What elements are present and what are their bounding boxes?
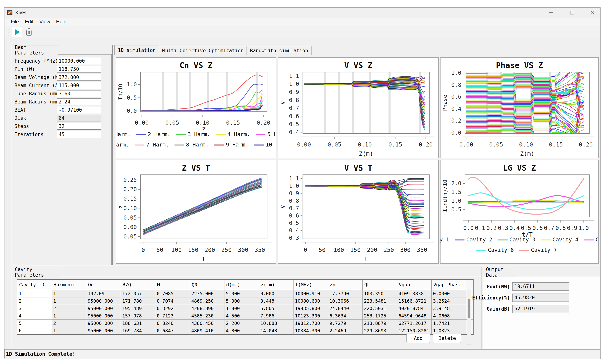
beam-param-input-iterations[interactable] bbox=[57, 131, 101, 138]
table-row[interactable]: 3295000.000195.4890.32924208.8901.8005.8… bbox=[17, 305, 473, 312]
table-cell: 17.7790 bbox=[328, 290, 362, 298]
chart-z-vs-t: Z VS T-0.050.000.050.100.150.200.25z0501… bbox=[116, 160, 276, 264]
beam-param-input-beam-current-a[interactable] bbox=[57, 82, 101, 89]
column-header[interactable]: Zn bbox=[328, 279, 362, 290]
svg-text:1.5: 1.5 bbox=[451, 189, 461, 195]
titlebar: KlyH ✕ bbox=[4, 8, 600, 18]
menu-item-file[interactable]: File bbox=[8, 19, 22, 25]
beam-param-input-beam-voltage-kv[interactable] bbox=[57, 74, 101, 81]
svg-text:9 Harm.: 9 Harm. bbox=[226, 142, 248, 148]
column-header[interactable]: QL bbox=[362, 279, 397, 290]
close-button[interactable]: ✕ bbox=[589, 9, 597, 16]
svg-text:Cn VS Z: Cn VS Z bbox=[179, 61, 212, 70]
svg-text:V: V bbox=[280, 205, 286, 208]
table-cell: 169.784 bbox=[121, 327, 155, 335]
svg-text:0.20: 0.20 bbox=[257, 119, 271, 126]
panel-splitter[interactable] bbox=[112, 45, 113, 265]
table-cell: 5.805 bbox=[259, 305, 293, 312]
table-cell: 2 bbox=[52, 305, 86, 312]
svg-text:0.9: 0.9 bbox=[289, 190, 299, 196]
beam-param-input-steps[interactable] bbox=[57, 123, 101, 130]
svg-text:0.4: 0.4 bbox=[289, 129, 299, 135]
table-cell: 4869.250 bbox=[190, 298, 224, 305]
svg-text:Cavity 5: Cavity 5 bbox=[595, 236, 598, 243]
trash-icon bbox=[25, 28, 33, 36]
column-header[interactable]: f(MHz) bbox=[293, 279, 328, 290]
chart-phase-vs-z: Phase VS Z0.00.20.40.60.81.0Phase0.000.0… bbox=[440, 57, 599, 158]
table-cell: 0.3292 bbox=[155, 305, 190, 312]
run-button[interactable] bbox=[12, 27, 22, 37]
beam-param-row: Disk bbox=[12, 114, 111, 122]
svg-text:1.0: 1.0 bbox=[451, 197, 461, 204]
menu-item-help[interactable]: Help bbox=[53, 19, 69, 25]
table-cell: 2.2469 bbox=[328, 327, 362, 335]
minimize-button[interactable] bbox=[547, 9, 555, 16]
tab-bandwidth-simulation[interactable]: Bandwidth simulation bbox=[247, 46, 312, 55]
column-header[interactable]: Vgap Phase bbox=[431, 279, 466, 290]
table-cell: 3 bbox=[17, 305, 52, 312]
beam-param-input-beam-radius-mm[interactable] bbox=[57, 98, 101, 105]
svg-text:2.0: 2.0 bbox=[451, 180, 461, 187]
svg-text:1.0: 1.0 bbox=[451, 69, 461, 76]
column-header[interactable]: M bbox=[155, 279, 190, 290]
table-cell: 64594.9648 bbox=[397, 312, 431, 320]
table-cell: 5.000 bbox=[224, 290, 259, 298]
output-data-tab[interactable]: Output Data bbox=[483, 267, 516, 277]
table-cell: 19812.700 bbox=[293, 320, 328, 327]
column-header[interactable]: z(cm) bbox=[259, 279, 293, 290]
column-header[interactable]: Qe bbox=[86, 279, 121, 290]
column-header[interactable]: Q0 bbox=[190, 279, 224, 290]
table-row[interactable]: 5295000.000188.6310.32404380.4502.20010.… bbox=[17, 320, 473, 327]
menu-item-view[interactable]: View bbox=[36, 19, 53, 25]
svg-text:50: 50 bbox=[156, 247, 163, 253]
table-cell: 10080.600 bbox=[293, 298, 328, 305]
table-row[interactable]: 2195000.000171.7800.70744869.2505.0003.4… bbox=[17, 298, 473, 305]
table-cell: 1 bbox=[17, 290, 52, 298]
svg-text:0.5: 0.5 bbox=[521, 224, 531, 231]
svg-text:0.6: 0.6 bbox=[451, 93, 461, 100]
table-cell: 3.448 bbox=[259, 298, 293, 305]
cavity-parameters-tab[interactable]: Cavity Parameters bbox=[12, 267, 60, 277]
table-row[interactable]: 6195000.000169.7840.68474809.4104.80014.… bbox=[17, 327, 473, 335]
restore-button[interactable] bbox=[568, 9, 576, 16]
beam-param-input-beat[interactable] bbox=[57, 107, 101, 113]
svg-text:0.0: 0.0 bbox=[451, 130, 461, 136]
menu-item-edit[interactable]: Edit bbox=[22, 19, 37, 25]
column-header[interactable]: Cavity ID bbox=[17, 279, 52, 290]
add-cavity-button[interactable]: Add bbox=[406, 334, 430, 343]
svg-text:0.20: 0.20 bbox=[579, 141, 593, 148]
delete-cavity-button[interactable]: Delete bbox=[433, 334, 461, 343]
column-header[interactable]: Harmonic bbox=[52, 279, 86, 290]
svg-text:t: t bbox=[364, 256, 368, 262]
svg-text:0.7: 0.7 bbox=[289, 205, 299, 211]
table-cell: 7.986 bbox=[259, 312, 293, 320]
svg-text:z: z bbox=[117, 205, 124, 208]
beam-param-input-pin-w[interactable] bbox=[57, 66, 101, 73]
beam-param-input-frequency-mhz[interactable] bbox=[57, 58, 101, 64]
beam-param-label: BEAT bbox=[14, 107, 26, 113]
table-header-row: Cavity IDHarmonicQeR/QMQ0d(mm)z(cm)f(MHz… bbox=[17, 279, 473, 290]
column-header[interactable]: Vgap bbox=[397, 279, 431, 290]
svg-text:t: t bbox=[202, 256, 206, 262]
beam-param-row: Iterations bbox=[12, 131, 111, 138]
output-value-efficiency bbox=[512, 294, 569, 302]
app-window: KlyH ✕ FileEditViewHelp Beam Parameters … bbox=[4, 7, 601, 359]
table-row[interactable]: 4195000.000157.9780.71234585.2304.5007.9… bbox=[17, 312, 473, 320]
table-cell: 95000.000 bbox=[86, 327, 121, 335]
column-header[interactable]: d(mm) bbox=[224, 279, 259, 290]
app-icon bbox=[7, 10, 13, 15]
table-cell: 188.631 bbox=[121, 320, 155, 327]
svg-text:0.5: 0.5 bbox=[127, 94, 137, 101]
table-cell: 10123.300 bbox=[293, 312, 328, 320]
table-cell: 192.091 bbox=[86, 290, 121, 298]
svg-text:300: 300 bbox=[400, 247, 411, 253]
tab-multi-objective-optimization[interactable]: Multi-Objective Optimization bbox=[159, 46, 247, 55]
beam-param-input-tube-radius-mm[interactable] bbox=[57, 90, 101, 97]
table-cell: 4809.410 bbox=[190, 327, 224, 335]
clear-button[interactable] bbox=[24, 27, 34, 37]
column-header[interactable]: R/Q bbox=[121, 279, 155, 290]
beam-parameters-tab[interactable]: Beam Parameters bbox=[12, 45, 58, 54]
tab-1d-simulation[interactable]: 1D simulation bbox=[114, 45, 159, 55]
chart-v-vs-t: V VS T0.30.40.50.60.70.80.91.01.1V050100… bbox=[278, 160, 439, 264]
table-row[interactable]: 11192.091172.0570.70852235.0005.0000.000… bbox=[17, 290, 473, 298]
